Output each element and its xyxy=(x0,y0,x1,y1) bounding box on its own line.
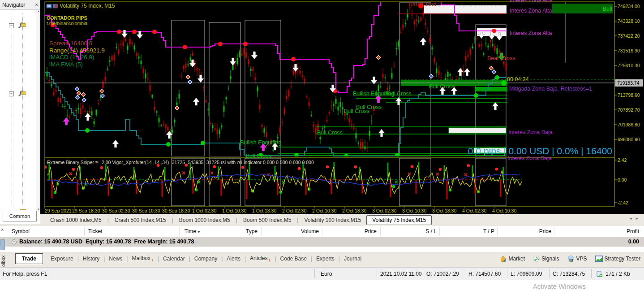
tab-alerts[interactable]: Alerts xyxy=(223,254,245,264)
chart-annotation: Bull xyxy=(603,6,612,12)
tab-label: History xyxy=(83,256,99,262)
scroll-down-icon[interactable]: ▼ xyxy=(37,208,40,211)
time-axis-label: 1 Oct 10:30 xyxy=(222,208,246,213)
tab-experts[interactable]: Experts xyxy=(312,254,339,264)
indicator-overlay-text: Range(14) 456921.9 xyxy=(49,47,105,54)
chart-tab-volatility-75-index-m15[interactable]: Volatility 75 Index,M15 xyxy=(366,215,432,225)
expert-advisor-icon[interactable]: ƒ xyxy=(19,90,26,96)
balance-summary: Balance: 15 490.78 USD Equity: 15 490.78… xyxy=(19,239,194,245)
toolbox-scrollbar[interactable] xyxy=(0,239,5,250)
tab-journal[interactable]: Journal xyxy=(340,254,365,264)
signals-button[interactable]: Signals xyxy=(533,256,559,262)
price-axis-label: 731516.30 xyxy=(618,48,640,53)
price-axis-label: 737422.20 xyxy=(618,33,640,39)
watermark-line2: t.me/binaricolombia xyxy=(47,21,87,26)
status-separator xyxy=(465,269,465,278)
tab-history[interactable]: History xyxy=(79,254,103,264)
market-bag-button[interactable]: Market xyxy=(500,256,525,262)
status-traffic: 171 / 2 Kb xyxy=(605,271,630,277)
tab-company[interactable]: Company xyxy=(190,254,221,264)
column-separator xyxy=(204,227,204,236)
chart-annotation: Dark Cloud xyxy=(408,1,437,8)
column-header-price[interactable]: Price xyxy=(539,228,551,234)
status-separator xyxy=(314,269,315,278)
toolbox-buttons: MarketSignalsVPSStrategy Tester xyxy=(500,252,640,265)
tab-accent xyxy=(20,209,26,210)
chart-tab-volatility-100-index-m15[interactable]: Volatility 100 Index,M15 xyxy=(299,215,366,225)
chart-title-overlay: Volatility 75 Index, M15 xyxy=(60,3,115,9)
navigator-close-icon[interactable]: × xyxy=(35,2,38,8)
chart-tab-separator: | xyxy=(297,217,298,223)
balance-row[interactable]: − Balance: 15 490.78 USD Equity: 15 490.… xyxy=(0,237,644,247)
tab-mailbox[interactable]: Mailbox7 xyxy=(128,253,157,264)
tab-trade[interactable]: Trade xyxy=(15,253,43,264)
tab-label: Code Base xyxy=(280,256,307,262)
status-separator xyxy=(507,269,507,278)
column-separator xyxy=(439,227,440,236)
chart-window: 749234.00743328.10737422.20731516.307256… xyxy=(40,0,644,214)
tab-label: Alerts xyxy=(227,256,240,262)
tab-code-base[interactable]: Code Base xyxy=(276,254,311,264)
tab-news[interactable]: News xyxy=(105,254,126,264)
tree-collapse-node[interactable]: − xyxy=(9,91,14,96)
vps-cloud-button[interactable]: VPS xyxy=(567,256,587,262)
tab-calendar[interactable]: Calendar xyxy=(159,254,189,264)
price-axis-label: 696080.90 xyxy=(618,137,640,142)
indicator-axis-label: -2.42 xyxy=(618,200,628,205)
column-header-t-p[interactable]: T / P xyxy=(483,228,494,234)
column-separator xyxy=(84,227,85,236)
sort-direction-icon: ▼ xyxy=(196,230,201,234)
column-header-price[interactable]: Price xyxy=(365,228,377,234)
footer-strip: Activate Windows xyxy=(0,280,644,295)
tab-exposure[interactable]: Exposure xyxy=(47,254,77,264)
time-axis-label: 4 Oct 10:30 xyxy=(492,208,516,213)
time-axis-label: 1 Oct 02:30 xyxy=(192,208,216,213)
column-header-s-l[interactable]: S / L xyxy=(425,228,437,234)
tab-scroll-right-icon[interactable]: ► xyxy=(635,217,641,221)
column-header-profit[interactable]: Profit xyxy=(627,228,639,234)
column-header-type[interactable]: Type xyxy=(246,228,258,234)
tree-collapse-node[interactable]: − xyxy=(9,23,14,28)
price-axis-label: 743328.10 xyxy=(618,18,640,24)
time-axis-label: 30 Sep 18:30 xyxy=(162,208,190,213)
column-header-ticket[interactable]: Ticket xyxy=(88,228,103,234)
navigator-tab-common[interactable]: Common xyxy=(3,211,37,221)
vps-cloud-icon xyxy=(567,256,575,262)
column-header-symbol[interactable]: Symbol xyxy=(12,228,30,234)
time-axis-label: 29 Sep 18:30 xyxy=(72,208,100,213)
button-label: VPS xyxy=(576,256,587,262)
chart-annotation: Mitigada Zona Baja, Retesteos=1 xyxy=(509,86,592,92)
indicator-overlay-text: Spread 16400.0 xyxy=(49,40,92,47)
tab-label: Journal xyxy=(344,256,361,262)
tab-articles[interactable]: Articles1 xyxy=(246,253,275,264)
button-label: Market xyxy=(508,256,525,262)
time-axis-label: 2 Oct 18:30 xyxy=(342,208,366,213)
chart-tab-boom-1000-index-m5[interactable]: Boom 1000 Index,M5 xyxy=(174,215,236,225)
expert-advisor-icon[interactable]: ƒ xyxy=(19,22,26,28)
orders-header-row: SymbolTicketTime ▼TypeVolumePriceS / LT … xyxy=(0,226,644,237)
current-price-value: 719183.74 xyxy=(617,80,640,86)
chart-tab-crash-500-index-m15[interactable]: Crash 500 Index,M15 xyxy=(109,215,172,225)
column-header-volume[interactable]: Volume xyxy=(301,228,319,234)
time-axis-label: 2 Oct 10:30 xyxy=(312,208,336,213)
tab-label: Trade xyxy=(22,256,36,262)
button-label: Strategy Tester xyxy=(605,256,640,262)
time-axis-label: 30 Sep 10:30 xyxy=(132,208,160,213)
scroll-up-icon[interactable]: ▲ xyxy=(37,10,40,13)
chart-tab-boom-500-index-m5[interactable]: Boom 500 Index,M5 xyxy=(238,215,296,225)
tab-scroll-left-icon[interactable]: ◄ xyxy=(629,217,635,221)
status-open: O: 710027.29 xyxy=(426,271,459,277)
column-separator xyxy=(497,227,498,236)
unread-count-badge: 1 xyxy=(268,258,270,262)
chart-tab-crash-1000-index-m5[interactable]: Crash 1000 Index,M5 xyxy=(45,215,107,225)
status-bar: For Help, press F1 Euro 2021.10.02 11:00… xyxy=(0,267,644,280)
strategy-tester-button[interactable]: Strategy Tester xyxy=(595,256,640,262)
price-chart[interactable]: 749234.00743328.10737422.20731516.307256… xyxy=(40,0,644,214)
collapse-bullet-icon[interactable]: − xyxy=(12,239,17,244)
chart-tab-strip: Crash 1000 Index,M5|Crash 500 Index,M15|… xyxy=(40,214,644,226)
time-axis-label: 30 Sep 02:30 xyxy=(102,208,130,213)
column-header-time[interactable]: Time ▼ xyxy=(185,228,201,234)
status-symbol-context[interactable]: Euro xyxy=(321,271,332,277)
tab-scroll-arrows[interactable]: ◄► xyxy=(629,217,641,221)
toolbox-close-icon[interactable]: × xyxy=(1,227,4,232)
